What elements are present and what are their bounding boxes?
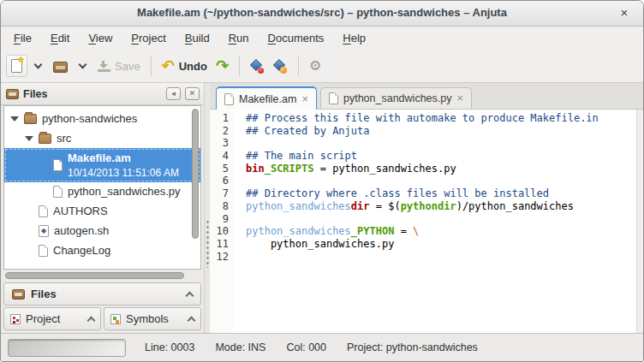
menu-item-edit[interactable]: Edit	[41, 28, 79, 48]
folder-icon	[39, 134, 51, 144]
new-file-button[interactable]	[6, 55, 27, 77]
tree-item-labels: src	[57, 131, 71, 146]
status-project: Project: python-sandwiches	[347, 341, 478, 353]
code-line: ## Process this file with automake to pr…	[246, 112, 636, 125]
files-icon	[12, 289, 25, 300]
menu-item-build[interactable]: Build	[176, 28, 219, 48]
main-area: Files ◂ ✕ python-sandwichessrcMakefile.a…	[1, 83, 643, 333]
tree-item-python_sandwiches.py[interactable]: python_sandwiches.py	[4, 182, 200, 202]
tree-item-src[interactable]: src	[4, 128, 200, 148]
window-close-icon[interactable]: ×	[616, 4, 633, 21]
titlebar[interactable]: Makefile.am (~/python-sandwiches/src) – …	[1, 1, 643, 27]
symbols-icon	[110, 314, 121, 324]
project-icon	[10, 314, 21, 324]
horizontal-scrollbar[interactable]	[5, 272, 200, 279]
tree-item-Makefile.am[interactable]: Makefile.am10/14/2013 11:51:06 AM	[4, 148, 200, 182]
code-line	[246, 175, 636, 187]
tree-item-python-sandwiches[interactable]: python-sandwiches	[4, 109, 200, 128]
vertical-scrollbar[interactable]	[192, 109, 199, 239]
symbols-tab-label: Symbols	[126, 312, 183, 325]
code-content[interactable]: ## Process this file with automake to pr…	[233, 110, 636, 333]
editor-scrollbar-trough[interactable]	[636, 110, 643, 333]
menu-item-project[interactable]: Project	[122, 28, 175, 48]
chevron-up-icon	[188, 317, 196, 325]
tree-item-labels: autogen.sh	[54, 223, 109, 239]
line-number: 1	[210, 112, 229, 125]
script-icon	[39, 225, 49, 237]
document-tabstrip: Makefile.am×python_sandwiches.py×	[210, 83, 643, 110]
expander-icon[interactable]	[10, 116, 19, 122]
line-number: 2	[210, 125, 229, 138]
file-icon	[53, 186, 63, 198]
tree-item-label: Makefile.am	[68, 151, 179, 166]
preferences-button[interactable]: ⚙	[305, 56, 325, 76]
line-number: 12	[210, 251, 229, 264]
redo-icon: ↷	[216, 59, 229, 73]
dock-tab-symbols[interactable]: Symbols	[104, 307, 201, 330]
code-editor[interactable]: 123456789101112 ## Process this file wit…	[210, 110, 643, 333]
menu-item-file[interactable]: File	[4, 28, 41, 48]
code-line: ## The main script	[246, 150, 636, 163]
open-file-dropdown[interactable]	[72, 58, 93, 74]
tree-item-label: AUTHORS	[53, 204, 108, 219]
tree-item-label: autogen.sh	[54, 223, 109, 239]
tab-Makefile.am[interactable]: Makefile.am×	[216, 86, 317, 110]
line-number: 9	[210, 213, 229, 226]
goto-definition-button[interactable]	[246, 56, 269, 77]
menu-item-help[interactable]: Help	[333, 28, 375, 48]
tree-item-label: ChangeLog	[53, 243, 110, 258]
dock-tabs: Project Symbols	[3, 307, 201, 330]
files-icon	[6, 89, 19, 99]
tab-python_sandwiches.py[interactable]: python_sandwiches.py×	[320, 87, 472, 109]
chevron-down-icon	[34, 61, 43, 69]
menu-item-view[interactable]: View	[79, 28, 122, 48]
menubar: FileEditViewProjectBuildRunDocumentsHelp	[1, 27, 643, 50]
redo-button[interactable]: ↷	[212, 56, 233, 76]
file-icon	[39, 205, 48, 217]
scrollbar-thumb[interactable]	[5, 272, 184, 279]
toolbar-separator	[151, 56, 152, 76]
dock-tab-project[interactable]: Project	[3, 307, 101, 330]
menu-item-documents[interactable]: Documents	[259, 28, 334, 48]
swap-header-source-icon	[273, 59, 288, 74]
minimize-panel-icon[interactable]: ◂	[166, 87, 181, 100]
project-tab-label: Project	[26, 312, 83, 325]
line-number: 8	[210, 200, 229, 213]
toolbar: Save ↶ Undo ↷ ⚙	[1, 50, 643, 83]
code-line: python_sandwichesdir = $(pythondir)/pyth…	[246, 200, 636, 213]
line-number: 10	[210, 225, 229, 238]
line-number: 3	[210, 137, 229, 150]
menu-item-run[interactable]: Run	[219, 28, 259, 48]
files-dock-label: Files	[31, 288, 181, 300]
files-panel-header: Files ◂ ✕	[1, 83, 204, 105]
swap-header-source-button[interactable]	[269, 56, 292, 77]
new-file-dropdown[interactable]	[27, 58, 49, 74]
tree-item-AUTHORS[interactable]: AUTHORS	[4, 202, 200, 222]
expander-icon[interactable]	[25, 136, 33, 141]
line-number: 4	[210, 150, 229, 163]
status-line: Line: 0003	[145, 341, 194, 353]
line-number-gutter: 123456789101112	[210, 110, 233, 333]
pane-resize-handle[interactable]	[204, 83, 210, 333]
goto-definition-icon	[250, 59, 265, 74]
open-folder-icon	[53, 62, 68, 73]
tree-item-ChangeLog[interactable]: ChangeLog	[4, 241, 200, 261]
folder-icon	[24, 114, 37, 124]
files-dock-bar[interactable]: Files	[3, 282, 201, 306]
undo-button[interactable]: ↶ Undo	[158, 56, 212, 76]
save-button[interactable]: Save	[93, 56, 145, 76]
open-file-button[interactable]	[49, 56, 72, 76]
chevron-up-icon	[186, 292, 194, 300]
chevron-down-icon	[79, 61, 87, 69]
toolbar-separator	[239, 56, 240, 76]
close-panel-icon[interactable]: ✕	[185, 87, 200, 100]
tree-item-label: python_sandwiches.py	[68, 184, 181, 199]
code-line: python_sandwiches.py	[246, 238, 636, 251]
tab-close-icon[interactable]: ×	[456, 94, 463, 103]
tree-item-autogen.sh[interactable]: autogen.sh	[4, 222, 200, 241]
undo-label: Undo	[179, 60, 207, 73]
statusbar: Line: 0003 Mode: INS Col: 000 Project: p…	[1, 333, 643, 361]
undo-icon: ↶	[162, 59, 175, 73]
tree-item-labels: python_sandwiches.py	[68, 184, 181, 199]
tab-close-icon[interactable]: ×	[301, 95, 308, 104]
